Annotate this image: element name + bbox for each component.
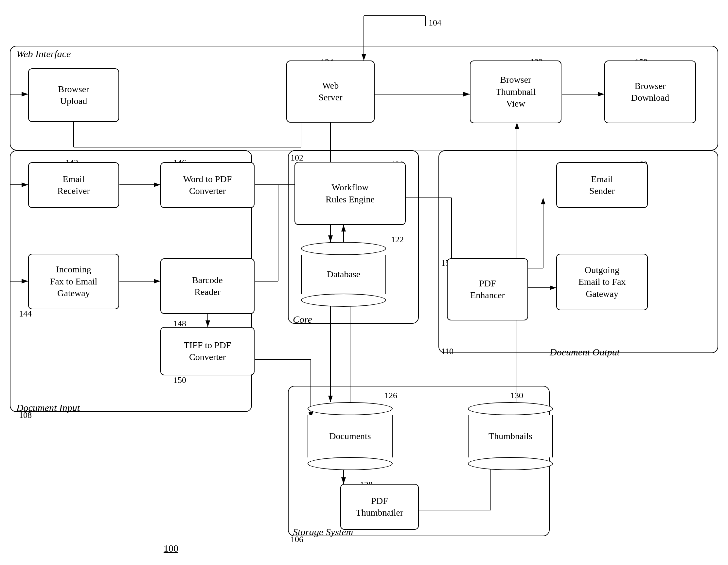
core-label: Core bbox=[293, 314, 312, 325]
tiff-to-pdf-box: TIFF to PDF Converter bbox=[160, 327, 255, 375]
browser-thumbnail-box: Browser Thumbnail View bbox=[470, 61, 561, 123]
browser-upload-label: Browser Upload bbox=[58, 83, 89, 107]
barcode-reader-label: Barcode Reader bbox=[192, 274, 222, 298]
ref-100: 100 bbox=[164, 543, 178, 554]
ref-106: 106 bbox=[291, 535, 303, 544]
ref-104: 104 bbox=[429, 18, 441, 28]
barcode-reader-box: Barcode Reader bbox=[160, 258, 255, 314]
ref-102: 102 bbox=[291, 153, 303, 163]
incoming-fax-label: Incoming Fax to Email Gateway bbox=[50, 264, 98, 299]
browser-download-box: Browser Download bbox=[604, 61, 696, 123]
pdf-thumbnailer-box: PDF Thumbnailer bbox=[340, 484, 419, 530]
workflow-rules-box: Workflow Rules Engine bbox=[294, 162, 406, 225]
outgoing-fax-label: Outgoing Email to Fax Gateway bbox=[578, 264, 626, 300]
browser-download-label: Browser Download bbox=[631, 80, 669, 104]
document-output-label: Document Output bbox=[550, 346, 620, 358]
pdf-thumbnailer-label: PDF Thumbnailer bbox=[356, 495, 403, 519]
incoming-fax-box: Incoming Fax to Email Gateway bbox=[28, 254, 119, 309]
word-to-pdf-box: Word to PDF Converter bbox=[160, 162, 255, 208]
ref-150: 150 bbox=[173, 375, 186, 385]
ref-110: 110 bbox=[441, 346, 453, 356]
ref-144: 144 bbox=[19, 309, 32, 319]
database-cylinder: Database bbox=[301, 242, 386, 307]
ref-130: 130 bbox=[510, 391, 523, 400]
email-sender-label: Email Sender bbox=[589, 173, 615, 197]
workflow-rules-label: Workflow Rules Engine bbox=[326, 182, 375, 205]
email-receiver-label: Email Receiver bbox=[57, 173, 90, 197]
email-receiver-box: Email Receiver bbox=[28, 162, 119, 208]
database-label: Database bbox=[327, 269, 361, 280]
thumbnails-label: Thumbnails bbox=[488, 431, 532, 441]
thumbnails-cylinder: Thumbnails bbox=[468, 402, 553, 470]
web-server-box: Web Server bbox=[286, 61, 375, 123]
web-interface-label: Web Interface bbox=[16, 48, 71, 60]
ref-122: 122 bbox=[391, 235, 404, 245]
pdf-enhancer-box: PDF Enhancer bbox=[447, 258, 528, 320]
word-to-pdf-label: Word to PDF Converter bbox=[183, 173, 232, 197]
diagram: Web Interface Document Input Core Docume… bbox=[0, 0, 728, 565]
browser-thumbnail-label: Browser Thumbnail View bbox=[496, 74, 536, 110]
email-sender-box: Email Sender bbox=[556, 162, 648, 208]
outgoing-fax-box: Outgoing Email to Fax Gateway bbox=[556, 254, 648, 310]
web-server-label: Web Server bbox=[318, 80, 342, 104]
tiff-to-pdf-label: TIFF to PDF Converter bbox=[184, 339, 231, 363]
browser-upload-box: Browser Upload bbox=[28, 68, 119, 122]
ref-126: 126 bbox=[384, 391, 397, 400]
documents-cylinder: Documents bbox=[308, 402, 393, 470]
ref-108: 108 bbox=[19, 410, 32, 420]
documents-label: Documents bbox=[329, 431, 371, 441]
pdf-enhancer-label: PDF Enhancer bbox=[470, 278, 505, 301]
